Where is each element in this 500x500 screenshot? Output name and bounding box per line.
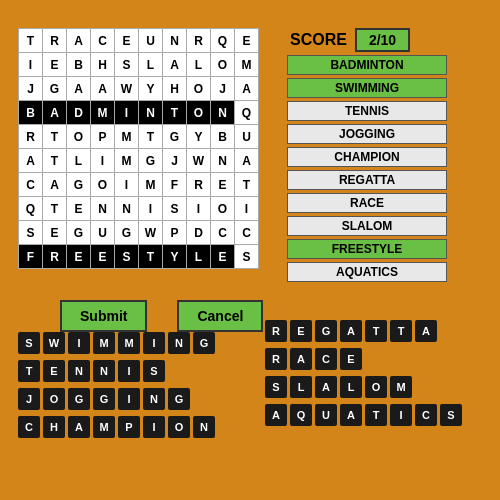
grid-cell[interactable]: A (67, 77, 91, 101)
grid-cell[interactable]: P (163, 221, 187, 245)
grid-cell[interactable]: O (67, 125, 91, 149)
grid-cell[interactable]: R (187, 173, 211, 197)
grid-cell[interactable]: G (67, 221, 91, 245)
grid-cell[interactable]: A (163, 53, 187, 77)
grid-cell[interactable]: C (91, 29, 115, 53)
grid-cell[interactable]: N (211, 149, 235, 173)
grid-cell[interactable]: L (187, 53, 211, 77)
grid-cell[interactable]: L (139, 53, 163, 77)
grid-cell[interactable]: W (139, 221, 163, 245)
grid-cell[interactable]: E (115, 29, 139, 53)
grid-cell[interactable]: M (115, 149, 139, 173)
grid-cell[interactable]: A (43, 173, 67, 197)
grid-cell[interactable]: E (211, 245, 235, 269)
grid-cell[interactable]: I (187, 197, 211, 221)
grid-cell[interactable]: O (211, 197, 235, 221)
grid-cell[interactable]: Q (235, 101, 259, 125)
grid-cell[interactable]: Q (211, 29, 235, 53)
grid-cell[interactable]: R (187, 29, 211, 53)
grid-cell[interactable]: J (211, 77, 235, 101)
grid-cell[interactable]: I (91, 149, 115, 173)
grid-cell[interactable]: G (115, 221, 139, 245)
grid-cell[interactable]: S (115, 53, 139, 77)
grid-cell[interactable]: C (211, 221, 235, 245)
grid-cell[interactable]: H (91, 53, 115, 77)
grid-cell[interactable]: M (91, 101, 115, 125)
grid-cell[interactable]: G (163, 125, 187, 149)
grid-cell[interactable]: T (235, 173, 259, 197)
grid-cell[interactable]: R (43, 29, 67, 53)
grid-cell[interactable]: M (139, 173, 163, 197)
grid-cell[interactable]: C (235, 221, 259, 245)
grid-cell[interactable]: W (187, 149, 211, 173)
grid-cell[interactable]: A (235, 149, 259, 173)
grid-cell[interactable]: F (163, 173, 187, 197)
grid-cell[interactable]: Q (19, 197, 43, 221)
grid-cell[interactable]: T (163, 101, 187, 125)
grid-cell[interactable]: G (67, 173, 91, 197)
grid-cell[interactable]: A (19, 149, 43, 173)
grid-cell[interactable]: E (67, 197, 91, 221)
grid-cell[interactable]: I (115, 173, 139, 197)
grid-cell[interactable]: J (163, 149, 187, 173)
grid-cell[interactable]: U (91, 221, 115, 245)
grid-cell[interactable]: O (211, 53, 235, 77)
grid-cell[interactable]: Y (187, 125, 211, 149)
grid-cell[interactable]: E (235, 29, 259, 53)
grid-cell[interactable]: T (43, 149, 67, 173)
grid-cell[interactable]: D (67, 101, 91, 125)
grid-cell[interactable]: N (139, 101, 163, 125)
grid-cell[interactable]: U (139, 29, 163, 53)
grid-cell[interactable]: T (19, 29, 43, 53)
grid-cell[interactable]: A (67, 29, 91, 53)
grid-cell[interactable]: F (19, 245, 43, 269)
grid-cell[interactable]: B (211, 125, 235, 149)
grid-cell[interactable]: N (211, 101, 235, 125)
grid-cell[interactable]: E (67, 245, 91, 269)
grid-cell[interactable]: I (139, 197, 163, 221)
grid-cell[interactable]: B (67, 53, 91, 77)
grid-cell[interactable]: Y (139, 77, 163, 101)
grid-cell[interactable]: T (139, 125, 163, 149)
grid-cell[interactable]: R (19, 125, 43, 149)
grid-cell[interactable]: P (91, 125, 115, 149)
grid-cell[interactable]: T (139, 245, 163, 269)
grid-cell[interactable]: N (91, 197, 115, 221)
grid-cell[interactable]: O (91, 173, 115, 197)
grid-cell[interactable]: A (91, 77, 115, 101)
grid-cell[interactable]: T (43, 197, 67, 221)
grid-cell[interactable]: A (235, 77, 259, 101)
grid-cell[interactable]: L (187, 245, 211, 269)
grid-cell[interactable]: M (235, 53, 259, 77)
grid-cell[interactable]: S (19, 221, 43, 245)
grid-cell[interactable]: J (19, 77, 43, 101)
submit-button[interactable]: Submit (60, 300, 147, 332)
grid-cell[interactable]: E (43, 53, 67, 77)
grid-cell[interactable]: I (235, 197, 259, 221)
grid-cell[interactable]: G (139, 149, 163, 173)
grid-cell[interactable]: M (115, 125, 139, 149)
grid-cell[interactable]: W (115, 77, 139, 101)
grid-cell[interactable]: N (115, 197, 139, 221)
grid-cell[interactable]: E (211, 173, 235, 197)
grid-cell[interactable]: L (67, 149, 91, 173)
grid-cell[interactable]: I (115, 101, 139, 125)
grid-cell[interactable]: E (91, 245, 115, 269)
grid-cell[interactable]: N (163, 29, 187, 53)
grid-cell[interactable]: U (235, 125, 259, 149)
grid-cell[interactable]: I (19, 53, 43, 77)
grid-cell[interactable]: G (43, 77, 67, 101)
grid-cell[interactable]: O (187, 101, 211, 125)
cancel-button[interactable]: Cancel (177, 300, 263, 332)
grid-cell[interactable]: S (163, 197, 187, 221)
grid-cell[interactable]: A (43, 101, 67, 125)
grid-cell[interactable]: E (43, 221, 67, 245)
grid-cell[interactable]: B (19, 101, 43, 125)
grid-cell[interactable]: R (43, 245, 67, 269)
grid-cell[interactable]: Y (163, 245, 187, 269)
grid-cell[interactable]: S (115, 245, 139, 269)
grid-cell[interactable]: T (43, 125, 67, 149)
grid-cell[interactable]: H (163, 77, 187, 101)
grid-cell[interactable]: D (187, 221, 211, 245)
grid-cell[interactable]: S (235, 245, 259, 269)
